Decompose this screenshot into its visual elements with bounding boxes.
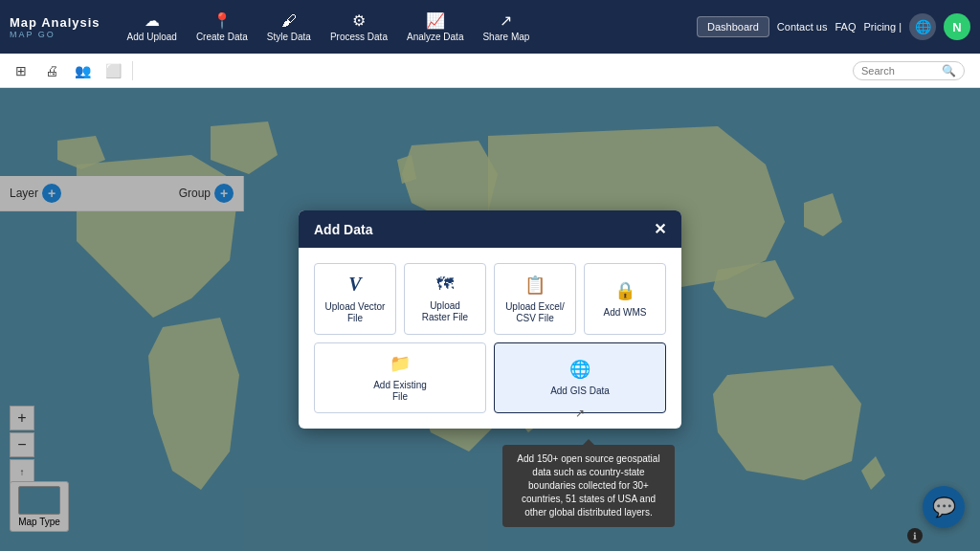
search-box[interactable]: 🔍	[853, 61, 965, 80]
add-existing-label: Add ExistingFile	[373, 380, 427, 403]
gis-icon: 🌐	[569, 359, 590, 380]
share-map-icon: ↗	[500, 11, 512, 30]
top-navigation: Map Analysis MAP GO ☁ Add Upload 📍 Creat…	[0, 0, 980, 54]
print-icon[interactable]: 🖨	[38, 57, 65, 84]
nav-add-upload[interactable]: ☁ Add Upload	[120, 8, 185, 46]
brand-name: Map Analysis	[10, 15, 100, 30]
process-data-icon: ⚙	[352, 11, 366, 30]
search-icon: 🔍	[942, 64, 956, 77]
upload-raster-label: UploadRaster File	[422, 300, 468, 323]
upload-vector-button[interactable]: V Upload Vector File	[314, 263, 396, 335]
map-area: Layer + Group + + − ↑ Map Type ℹ 💬 Add D…	[0, 88, 980, 551]
modal-body: V Upload Vector File 🗺 UploadRaster File…	[299, 248, 681, 429]
pricing-link[interactable]: Pricing |	[863, 21, 902, 33]
nav-style-data-label: Style Data	[267, 32, 311, 42]
upload-excel-label: Upload Excel/CSV File	[505, 301, 565, 324]
add-upload-icon: ☁	[145, 11, 160, 30]
contact-link[interactable]: Contact us	[777, 21, 828, 33]
add-gis-label: Add GIS Data	[550, 386, 610, 397]
modal-close-button[interactable]: ✕	[654, 220, 666, 238]
nav-add-upload-label: Add Upload	[127, 32, 177, 42]
modal-overlay: Add Data ✕ V Upload Vector File 🗺 Upload…	[0, 88, 980, 551]
dashboard-button[interactable]: Dashboard	[697, 16, 769, 37]
upload-raster-button[interactable]: 🗺 UploadRaster File	[404, 263, 486, 335]
modal-button-grid: V Upload Vector File 🗺 UploadRaster File…	[314, 263, 666, 335]
nav-style-data[interactable]: 🖌 Style Data	[259, 9, 319, 46]
nav-process-data[interactable]: ⚙ Process Data	[323, 8, 395, 46]
toolbar-divider	[132, 61, 133, 80]
faq-link[interactable]: FAQ	[835, 21, 856, 33]
nav-items: ☁ Add Upload 📍 Create Data 🖌 Style Data …	[120, 8, 697, 46]
globe-icon[interactable]: 🌐	[909, 13, 936, 40]
users-icon[interactable]: 👥	[69, 57, 96, 84]
search-input[interactable]	[861, 65, 938, 77]
add-data-modal: Add Data ✕ V Upload Vector File 🗺 Upload…	[299, 210, 681, 429]
tooltip-text: Add 150+ open source geospatial data suc…	[517, 453, 659, 518]
add-existing-button[interactable]: 📁 Add ExistingFile	[314, 342, 486, 413]
modal-title: Add Data	[314, 222, 372, 237]
analyze-data-icon: 📈	[426, 11, 445, 30]
add-gis-button[interactable]: 🌐 Add GIS Data ↗ Add 150+ open source ge…	[494, 342, 666, 413]
excel-icon: 📋	[524, 275, 546, 296]
wms-icon: 🔒	[614, 280, 635, 301]
toolbar: ⊞ 🖨 👥 ⬜ 🔍	[0, 54, 980, 88]
nav-analyze-data-label: Analyze Data	[407, 32, 463, 42]
brand-sub: MAP GO	[10, 30, 100, 39]
select-tool-icon[interactable]: ⊞	[8, 57, 34, 84]
add-wms-label: Add WMS	[603, 307, 646, 319]
upload-vector-label: Upload Vector File	[321, 301, 390, 324]
nav-process-data-label: Process Data	[330, 32, 388, 42]
copy-icon[interactable]: ⬜	[100, 57, 126, 84]
nav-create-data-label: Create Data	[196, 32, 248, 42]
style-data-icon: 🖌	[281, 12, 297, 30]
user-avatar[interactable]: N	[944, 13, 970, 40]
nav-share-map-label: Share Map	[482, 32, 529, 42]
brand-logo[interactable]: Map Analysis MAP GO	[10, 15, 100, 39]
cursor-indicator: ↗	[575, 407, 585, 420]
gis-tooltip: Add 150+ open source geospatial data suc…	[502, 445, 675, 527]
nav-right: Dashboard Contact us FAQ Pricing | 🌐 N	[697, 13, 970, 40]
nav-analyze-data[interactable]: 📈 Analyze Data	[399, 8, 471, 46]
create-data-icon: 📍	[212, 11, 232, 30]
nav-create-data[interactable]: 📍 Create Data	[189, 8, 256, 46]
modal-row2: 📁 Add ExistingFile 🌐 Add GIS Data ↗ Add …	[314, 342, 666, 413]
vector-icon: V	[348, 274, 361, 296]
nav-share-map[interactable]: ↗ Share Map	[475, 8, 537, 46]
modal-header: Add Data ✕	[299, 210, 681, 248]
upload-excel-button[interactable]: 📋 Upload Excel/CSV File	[494, 263, 576, 335]
existing-icon: 📁	[390, 353, 411, 374]
add-wms-button[interactable]: 🔒 Add WMS	[584, 263, 666, 335]
raster-icon: 🗺	[436, 275, 454, 295]
